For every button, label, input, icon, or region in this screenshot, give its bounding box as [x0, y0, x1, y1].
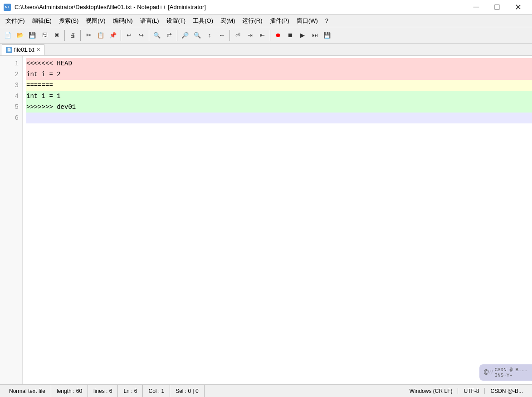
minimize-button[interactable]: ─ — [466, 0, 487, 15]
toolbar-sep-6 — [229, 30, 230, 41]
toolbar-sep-3 — [121, 30, 121, 41]
line-number: 6 — [0, 113, 22, 123]
tab-close-button[interactable]: ✕ — [36, 47, 40, 53]
sync-scroll-v[interactable]: ↕ — [204, 29, 215, 41]
code-line: int i = 2 — [26, 69, 532, 80]
menu-file[interactable]: 文件(F) — [2, 15, 29, 27]
code-area[interactable]: <<<<<<< HEADint i = 2=======int i = 1>>>… — [23, 56, 532, 384]
status-length: length : 60 — [51, 385, 88, 397]
toolbar-sep-1 — [64, 30, 65, 41]
print-button[interactable]: 🖨 — [67, 29, 78, 41]
status-ln: Ln : 6 — [118, 385, 143, 397]
unindent-button[interactable]: ⇤ — [256, 29, 268, 41]
editor-container: 123456 <<<<<<< HEADint i = 2=======int i… — [0, 56, 532, 384]
menu-help[interactable]: ? — [322, 15, 332, 27]
status-col: Col : 1 — [143, 385, 170, 397]
macro-play-button[interactable]: ▶ — [297, 29, 308, 41]
line-number: 4 — [0, 91, 22, 102]
line-numbers: 123456 — [0, 56, 23, 384]
indent-button[interactable]: ⇥ — [244, 29, 256, 41]
status-eol: Windows (CR LF) — [404, 388, 459, 394]
menu-view[interactable]: 视图(V) — [82, 15, 109, 27]
redo-button[interactable]: ↪ — [135, 29, 147, 41]
save-button[interactable]: 💾 — [26, 29, 38, 41]
menu-settings[interactable]: 设置(T) — [163, 15, 190, 27]
wrap-button[interactable]: ⏎ — [232, 29, 244, 41]
toolbar-sep-4 — [149, 30, 149, 41]
cut-button[interactable]: ✂ — [83, 29, 94, 41]
macro-save-button[interactable]: 💾 — [321, 29, 333, 41]
menu-run[interactable]: 运行(R) — [239, 15, 266, 27]
line-number: 1 — [0, 58, 22, 69]
code-line: ======= — [26, 80, 532, 91]
title-bar-left: N+ C:\Users\Administrator\Desktop\test\f… — [4, 4, 206, 11]
title-bar: N+ C:\Users\Administrator\Desktop\test\f… — [0, 0, 532, 15]
menu-search[interactable]: 搜索(S) — [55, 15, 82, 27]
menu-tools[interactable]: 工具(O) — [189, 15, 217, 27]
code-line: <<<<<<< HEAD — [26, 58, 532, 69]
menu-bar: 文件(F) 编辑(E) 搜索(S) 视图(V) 编码(N) 语言(L) 设置(T… — [0, 15, 532, 27]
tab-label: file01.txt — [14, 47, 34, 53]
macro-rec-button[interactable]: ⏺ — [272, 29, 284, 41]
undo-button[interactable]: ↩ — [123, 29, 135, 41]
menu-encoding[interactable]: 编码(N) — [109, 15, 137, 27]
close-button[interactable]: ✕ — [508, 0, 528, 15]
status-file-type: Normal text file — [4, 385, 51, 397]
copy-button[interactable]: 📋 — [95, 29, 107, 41]
zoom-out-button[interactable]: 🔍 — [191, 29, 203, 41]
tabs-bar: 📄 file01.txt ✕ — [0, 44, 532, 56]
toolbar-sep-2 — [80, 30, 81, 41]
status-watermark: CSDN @-B... — [485, 388, 528, 394]
line-number: 2 — [0, 69, 22, 80]
new-button[interactable]: 📄 — [2, 29, 14, 41]
menu-macro[interactable]: 宏(M) — [217, 15, 239, 27]
tab-file01[interactable]: 📄 file01.txt ✕ — [2, 44, 44, 55]
code-line: int i = 1 — [26, 91, 532, 102]
maximize-button[interactable]: □ — [487, 0, 508, 15]
tab-file-icon: 📄 — [6, 47, 12, 53]
status-sel: Sel : 0 | 0 — [170, 385, 204, 397]
save-all-button[interactable]: 🖫 — [39, 29, 50, 41]
zoom-in-button[interactable]: 🔎 — [179, 29, 191, 41]
open-button[interactable]: 📂 — [14, 29, 26, 41]
toolbar-sep-7 — [270, 30, 270, 41]
paste-button[interactable]: 📌 — [107, 29, 119, 41]
menu-plugins[interactable]: 插件(P) — [266, 15, 293, 27]
csdn-badge: ©♡ CSDN @-B...INS·Y- — [479, 364, 532, 381]
status-encoding: UTF-8 — [458, 388, 485, 394]
macro-next-button[interactable]: ⏭ — [309, 29, 321, 41]
code-line: >>>>>>> dev01 — [26, 102, 532, 113]
replace-button[interactable]: ⇄ — [163, 29, 175, 41]
window-controls: ─ □ ✕ — [466, 0, 528, 15]
toolbar: 📄 📂 💾 🖫 ✖ 🖨 ✂ 📋 📌 ↩ ↪ 🔍 ⇄ 🔎 🔍 ↕ ↔ ⏎ ⇥ ⇤ … — [0, 27, 532, 44]
code-line — [26, 113, 532, 123]
status-right: Windows (CR LF) UTF-8 CSDN @-B... — [404, 388, 528, 394]
menu-language[interactable]: 语言(L) — [137, 15, 163, 27]
find-button[interactable]: 🔍 — [151, 29, 163, 41]
status-lines: lines : 6 — [88, 385, 118, 397]
menu-window[interactable]: 窗口(W) — [293, 15, 322, 27]
status-bar: Normal text file length : 60 lines : 6 L… — [0, 384, 532, 397]
sync-scroll-h[interactable]: ↔ — [216, 29, 228, 41]
macro-stop-button[interactable]: ⏹ — [284, 29, 296, 41]
app-icon: N+ — [4, 4, 11, 11]
line-number: 5 — [0, 102, 22, 113]
line-number: 3 — [0, 80, 22, 91]
toolbar-sep-5 — [177, 30, 177, 41]
window-title: C:\Users\Administrator\Desktop\test\file… — [15, 4, 206, 10]
close-button-tb[interactable]: ✖ — [51, 29, 63, 41]
menu-edit[interactable]: 编辑(E) — [29, 15, 55, 27]
